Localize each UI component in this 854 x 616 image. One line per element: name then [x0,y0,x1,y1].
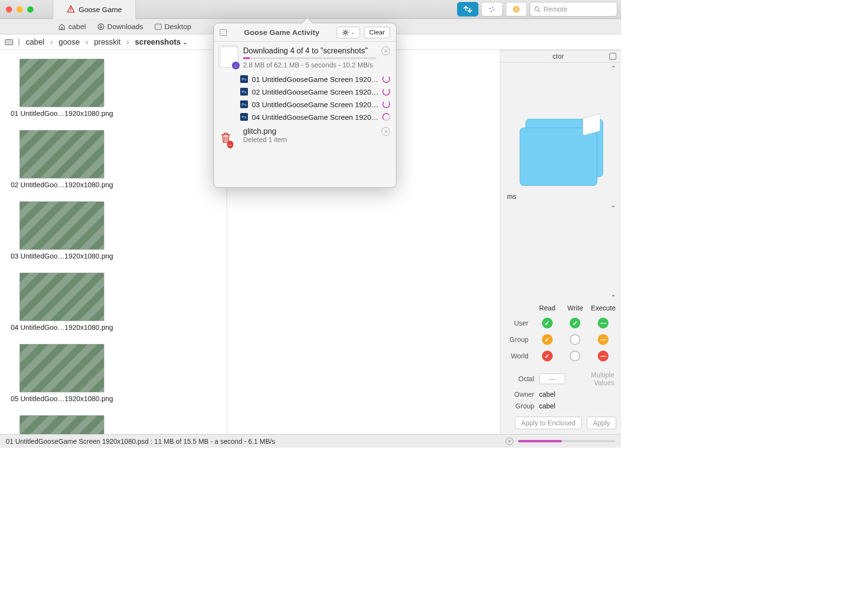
download-file-row: Ps 02 UntitledGooseGame Screen 1920x10… [220,85,390,98]
svg-line-6 [538,10,540,12]
perm-group-exec[interactable] [598,334,608,345]
transfer-icon [463,5,473,13]
clear-button[interactable]: Clear [364,27,390,38]
progress-ring-icon [382,75,390,83]
owner-value: cabel [539,390,555,398]
file-item[interactable]: 03 UntitledGoo…1920x1080.png [15,201,109,260]
download-icon [98,23,104,30]
item-count: ms [500,189,621,204]
status-text: 01 UntitledGooseGame Screen 1920x1080.ps… [6,438,275,445]
desktop-icon [155,24,162,30]
sync-button[interactable] [481,2,503,16]
detach-icon[interactable] [609,53,616,60]
disk-icon [5,39,13,45]
apply-enclosed-button[interactable]: Apply to Enclosed [515,417,582,429]
zoom-window-button[interactable] [27,6,33,13]
delete-group: – glitch.png Deleted 1 item ✕ [220,127,390,148]
download-file-row: Ps 03 UntitledGooseGame Screen 1920x10… [220,98,390,111]
progress-ring-icon [382,88,390,96]
svg-point-8 [345,31,346,33]
chevron-up-icon[interactable]: ⌃ [500,204,621,212]
svg-line-14 [347,33,348,34]
chevron-right-icon: › [85,38,88,47]
favorite-desktop[interactable]: Desktop [155,22,191,31]
info-button[interactable]: i [506,2,527,16]
home-icon [58,23,66,30]
octal-input[interactable] [539,373,565,384]
perm-user-read[interactable] [542,318,553,328]
preview-area [500,72,621,189]
progress-ring-icon [382,100,390,108]
delete-badge-icon: – [227,141,233,148]
svg-line-16 [343,33,344,34]
path-segment[interactable]: goose [58,38,81,47]
trash-icon: – [220,127,238,148]
active-tab[interactable]: Goose Game [53,0,136,19]
perm-world-read[interactable] [542,351,553,361]
download-file-row: Ps 01 UntitledGooseGame Screen 1920x10… [220,73,390,85]
apply-button[interactable]: Apply [587,417,616,429]
status-progress [518,440,615,442]
warning-icon [67,5,75,13]
psd-icon: Ps [240,75,248,83]
path-segment[interactable]: cabel [25,38,45,47]
status-bar: 01 UntitledGooseGame Screen 1920x1080.ps… [0,434,621,448]
detach-icon[interactable] [220,29,227,36]
thumbnail-image [19,130,104,178]
file-item[interactable]: 02 UntitledGoo…1920x1080.png [15,130,109,189]
inspector-panel: . ctor ⌃ ms ⌃ ⌃ Read Write Execute User [500,50,621,434]
thumbnail-image [19,344,104,392]
minimize-window-button[interactable] [16,6,23,13]
chevron-up-icon[interactable]: ⌃ [500,65,621,72]
remote-search-input[interactable]: Remote [530,2,617,16]
chevron-up-icon[interactable]: ⌃ [500,293,621,301]
file-item[interactable]: 05 UntitledGoo…1920x1080.png [15,344,109,403]
thumbnail-image [19,201,104,250]
search-placeholder: Remote [543,5,567,13]
inspector-header: . ctor [500,50,621,63]
download-badge-icon: ↓ [232,62,240,69]
download-file-row: Ps 04 UntitledGooseGame Screen 1920x10… [220,111,390,123]
cancel-download-button[interactable]: ✕ [381,47,390,55]
group-value: cabel [539,402,555,410]
gear-icon [342,29,349,36]
perm-world-write[interactable] [570,351,580,361]
download-title: Downloading 4 of 4 to "screenshots" [243,47,377,55]
perm-user-write[interactable] [570,318,580,328]
titlebar: Goose Game i Remote [0,0,621,19]
permissions-table: Read Write Execute User Group World [500,301,621,369]
chevron-right-icon: › [50,38,52,47]
file-item[interactable]: 01 UntitledGoo…1920x1080.png [15,59,109,117]
gear-menu-button[interactable]: ⌄ [337,27,360,38]
popover-title: Goose Game Activity [230,28,333,37]
tab-title: Goose Game [79,5,122,14]
thumbnail-image [19,59,104,107]
cancel-transfer-button[interactable]: ✕ [506,438,513,445]
dismiss-deleted-button[interactable]: ✕ [381,127,390,136]
thumbnail-image [19,273,104,321]
file-item[interactable]: 04 UntitledGoo…1920x1080.png [15,273,109,331]
download-group: ↓ Downloading 4 of 4 to "screenshots" 2.… [220,47,390,69]
favorite-downloads[interactable]: Downloads [98,22,143,31]
close-window-button[interactable] [6,6,12,13]
documents-icon: ↓ [220,47,238,68]
svg-rect-2 [70,11,71,12]
pinwheel-icon [488,5,496,14]
perm-user-exec[interactable] [598,318,608,328]
window-controls [6,6,33,13]
chevron-right-icon: › [127,38,129,47]
perm-world-exec[interactable] [598,351,608,361]
path-segment[interactable]: presskit [93,38,122,47]
psd-icon: Ps [240,88,248,96]
svg-rect-1 [70,8,71,10]
path-current[interactable]: screenshots ⌄ [134,38,188,47]
favorite-cabel[interactable]: cabel [58,22,86,31]
perm-group-read[interactable] [542,334,553,345]
svg-point-5 [535,7,539,11]
perm-group-write[interactable] [570,334,580,345]
activity-button[interactable] [457,2,478,16]
folder-icon [520,116,602,189]
toolbar: i Remote [457,2,617,16]
psd-icon: Ps [240,100,248,108]
deleted-subtext: Deleted 1 item [243,136,377,144]
